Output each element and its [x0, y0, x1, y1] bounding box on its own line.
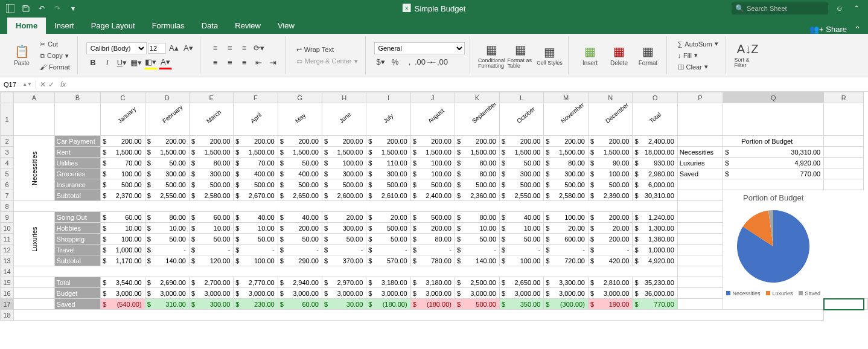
cell[interactable]: $100.00 [544, 212, 589, 223]
cell[interactable]: $3,000.00 [234, 288, 278, 299]
cell[interactable]: $30.00 [322, 299, 366, 310]
cell[interactable]: $770.00 [633, 299, 677, 310]
col-header-J[interactable]: J [410, 92, 455, 103]
tab-formulas[interactable]: Formulas [144, 18, 193, 34]
cell[interactable]: $300.00 [322, 168, 366, 179]
cell[interactable]: $2,940.00 [278, 277, 322, 288]
cell[interactable]: $70.00 [234, 158, 278, 168]
cell[interactable]: $50.00 [145, 234, 189, 245]
increase-indent-icon[interactable]: ⇥ [267, 56, 280, 69]
row-label[interactable]: Total [54, 277, 101, 288]
cell[interactable]: $80.00 [145, 212, 189, 223]
cell[interactable]: $6,000.00 [633, 179, 677, 190]
cell[interactable]: $1,170.00 [101, 255, 145, 266]
cell[interactable]: $500.00 [500, 179, 544, 190]
cell[interactable]: $3,000.00 [588, 288, 633, 299]
share-button[interactable]: 👥+ Share [809, 25, 847, 34]
cell[interactable]: $2,580.00 [189, 190, 233, 201]
row-label[interactable]: Travel [54, 245, 101, 255]
cell[interactable]: $1,500.00 [588, 147, 633, 158]
accounting-format-icon[interactable]: $▾ [374, 56, 388, 69]
cell[interactable]: $1,500.00 [234, 147, 278, 158]
window-layout-icon[interactable] [5, 3, 16, 14]
delete-cells-button[interactable]: ▦Delete [606, 37, 633, 74]
row-label[interactable]: Insurance [54, 179, 101, 190]
cell[interactable]: $3,000.00 [145, 288, 189, 299]
orientation-icon[interactable]: ⟳▾ [252, 42, 266, 55]
cell[interactable]: $2,400.00 [633, 136, 677, 147]
cell[interactable]: $50.00 [145, 158, 189, 168]
cell[interactable]: $- [189, 245, 233, 255]
cell[interactable]: $420.00 [588, 255, 633, 266]
cell[interactable]: $20.00 [322, 212, 366, 223]
selected-cell-Q17[interactable] [824, 299, 864, 310]
cell[interactable]: $100.00 [322, 158, 366, 168]
cell[interactable]: $1,500.00 [410, 147, 455, 158]
cell[interactable]: $60.00 [189, 212, 233, 223]
decrease-font-icon[interactable]: A▾ [182, 42, 195, 55]
cell[interactable]: $500.00 [278, 179, 322, 190]
col-header-P[interactable]: P [677, 92, 723, 103]
cell[interactable]: $300.00 [145, 168, 189, 179]
align-top-icon[interactable]: ≡ [209, 42, 222, 55]
cell[interactable]: $- [544, 245, 589, 255]
cell[interactable]: $50.00 [455, 234, 499, 245]
tab-insert[interactable]: Insert [46, 18, 83, 34]
cell[interactable]: $2,390.00 [588, 190, 633, 201]
cell[interactable]: $4,920.00 [633, 255, 677, 266]
cell[interactable]: $200.00 [189, 136, 233, 147]
name-box[interactable]: Q17▲▼ [0, 81, 36, 88]
row-header-17[interactable]: 17 [1, 299, 14, 310]
cell[interactable]: $3,540.00 [101, 277, 145, 288]
row-header-14[interactable]: 14 [1, 266, 14, 277]
align-left-icon[interactable]: ≡ [209, 56, 222, 69]
cell[interactable]: $1,000.00 [633, 245, 677, 255]
cell[interactable]: $2,400.00 [410, 190, 455, 201]
underline-button[interactable]: U▾ [115, 56, 129, 69]
col-header-R[interactable]: R [824, 92, 864, 103]
cell[interactable]: $80.00 [455, 212, 499, 223]
cancel-formula-icon[interactable]: ✕ [40, 80, 46, 89]
cell[interactable]: $200.00 [322, 136, 366, 147]
cell[interactable]: $- [322, 245, 366, 255]
cell[interactable]: $1,500.00 [145, 147, 189, 158]
row-label[interactable]: Shopping [54, 234, 101, 245]
cell[interactable]: $500.00 [588, 179, 633, 190]
cell[interactable]: $- [500, 245, 544, 255]
cell[interactable]: $200.00 [500, 136, 544, 147]
cell[interactable]: $100.00 [101, 168, 145, 179]
align-right-icon[interactable]: ≡ [238, 56, 251, 69]
cell[interactable]: $- [278, 245, 322, 255]
cell[interactable]: $40.00 [278, 212, 322, 223]
increase-font-icon[interactable]: A▴ [167, 42, 180, 55]
cell[interactable]: $60.00 [101, 212, 145, 223]
cell[interactable]: $40.00 [500, 212, 544, 223]
row-header-9[interactable]: 9 [1, 212, 14, 223]
col-header-A[interactable]: A [14, 92, 54, 103]
col-header-E[interactable]: E [189, 92, 233, 103]
smiley-feedback-icon[interactable]: ☺ [834, 3, 845, 14]
cell[interactable]: $50.00 [322, 234, 366, 245]
cell[interactable]: $500.00 [145, 179, 189, 190]
row-label[interactable]: Groceries [54, 168, 101, 179]
row-header-12[interactable]: 12 [1, 245, 14, 255]
cell[interactable]: $2,360.00 [455, 190, 499, 201]
row-label[interactable]: Utilities [54, 158, 101, 168]
cell[interactable]: $1,500.00 [278, 147, 322, 158]
clear-button[interactable]: ◫Clear ▾ [675, 62, 721, 72]
col-header-M[interactable]: M [544, 92, 589, 103]
cell[interactable]: $1,000.00 [101, 245, 145, 255]
row-header-6[interactable]: 6 [1, 179, 14, 190]
cell[interactable]: $500.00 [322, 179, 366, 190]
row-label[interactable]: Car Payment [54, 136, 101, 147]
tab-home[interactable]: Home [7, 18, 46, 34]
cell[interactable]: $1,500.00 [544, 147, 589, 158]
spreadsheet-grid[interactable]: ABCDEFGHIJKLMNOPQR1JanuaryFebruaryMarchA… [0, 92, 868, 349]
cell[interactable]: $1,500.00 [322, 147, 366, 158]
format-painter-button[interactable]: 🖌Format [37, 62, 72, 72]
cell[interactable]: $140.00 [455, 255, 499, 266]
row-header-15[interactable]: 15 [1, 277, 14, 288]
row-header-2[interactable]: 2 [1, 136, 14, 147]
cell[interactable]: $2,610.00 [366, 190, 410, 201]
cell[interactable]: $300.00 [322, 223, 366, 234]
